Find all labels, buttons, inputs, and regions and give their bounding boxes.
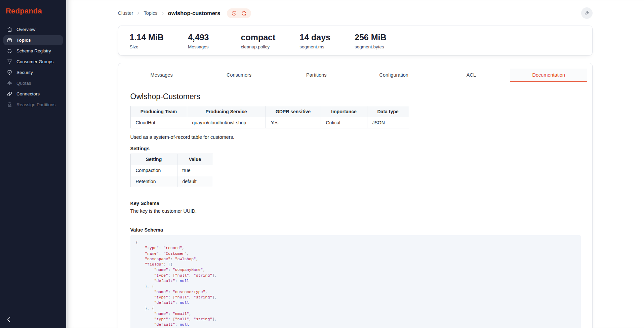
- stat-cleanup-policy: compactcleanup.policy: [241, 32, 276, 49]
- sidebar-nav: OverviewTopicsSchema RegistryConsumer Gr…: [0, 25, 66, 110]
- sidebar-item-consumer-groups[interactable]: Consumer Groups: [3, 57, 63, 67]
- stat-value: compact: [241, 32, 276, 42]
- sidebar-item-label: Connectors: [16, 91, 40, 97]
- topic-stats-card: 1.14 MiBSize4,493Messagescompactcleanup.…: [118, 26, 593, 55]
- sidebar-item-label: Schema Registry: [16, 48, 51, 54]
- chevron-right-icon: [136, 11, 140, 15]
- table-cell: JSON: [367, 117, 409, 128]
- column-header: Value: [177, 154, 213, 165]
- page-header: ClusterTopicsowlshop-customers: [118, 0, 593, 19]
- breadcrumb: ClusterTopicsowlshop-customers: [118, 10, 220, 16]
- sidebar-collapse-button[interactable]: [5, 316, 13, 323]
- stats-divider: [226, 32, 226, 49]
- sidebar-item-quotas[interactable]: Quotas: [3, 78, 63, 88]
- stat-value: 256 MiB: [355, 32, 386, 42]
- sidebar-item-security[interactable]: Security: [3, 68, 63, 77]
- breadcrumb-cluster[interactable]: Cluster: [118, 10, 133, 16]
- stat-value: 4,493: [188, 32, 209, 42]
- stat-label: segment.ms: [299, 44, 330, 49]
- tab-bar: MessagesConsumersPartitionsConfiguration…: [123, 69, 588, 82]
- topic-actions: [227, 8, 251, 18]
- table-cell: Yes: [266, 117, 321, 128]
- breadcrumb-topics[interactable]: Topics: [144, 10, 157, 16]
- sidebar-item-label: Reassign Partitions: [16, 102, 55, 108]
- tab-partitions[interactable]: Partitions: [278, 69, 355, 82]
- documentation-panel: Owlshop-Customers Producing TeamProducin…: [123, 82, 588, 328]
- stat-label: segment.bytes: [355, 44, 386, 49]
- table-cell: default: [177, 176, 213, 187]
- chevron-left-icon: [5, 316, 13, 323]
- breadcrumb-owlshop-customers: owlshop-customers: [168, 10, 220, 16]
- stat-label: Size: [130, 44, 164, 49]
- sidebar-item-topics[interactable]: Topics: [3, 35, 63, 45]
- shield-icon: [7, 70, 12, 75]
- stat-segment-ms: 14 dayssegment.ms: [299, 32, 330, 49]
- tools-button[interactable]: [581, 7, 593, 19]
- doc-title: Owlshop-Customers: [130, 92, 580, 101]
- settings-heading: Settings: [130, 146, 580, 151]
- column-header: Producing Service: [187, 106, 266, 117]
- value-schema-code-block: { "type": "record", "name": "Customer", …: [130, 235, 581, 328]
- column-header: Data type: [367, 106, 409, 117]
- tab-documentation[interactable]: Documentation: [510, 69, 587, 82]
- table-cell: Retention: [130, 176, 177, 187]
- table-cell: Critical: [321, 117, 367, 128]
- sidebar-item-connectors[interactable]: Connectors: [3, 89, 63, 99]
- main-area: ClusterTopicsowlshop-customers 1.14 MiBS…: [66, 0, 644, 328]
- wrench-icon: [584, 10, 590, 16]
- table-header-row: SettingValue: [130, 154, 213, 165]
- table-cell: Compaction: [130, 165, 177, 176]
- redpanda-logo: Redpanda: [0, 0, 66, 24]
- settings-table: SettingValueCompactiontrueRetentiondefau…: [130, 154, 213, 187]
- flask-icon: [7, 102, 12, 108]
- play-circle-icon[interactable]: [231, 10, 237, 16]
- sidebar-item-reassign-partitions[interactable]: Reassign Partitions: [3, 100, 63, 110]
- producing-info-table: Producing TeamProducing ServiceGDPR sens…: [130, 106, 409, 128]
- stat-segment-bytes: 256 MiBsegment.bytes: [355, 32, 386, 49]
- topics-icon: [7, 37, 12, 43]
- doc-note: Used as a system-of-record table for cus…: [130, 134, 580, 140]
- column-header: Producing Team: [130, 106, 187, 117]
- stat-messages: 4,493Messages: [188, 32, 209, 49]
- table-header-row: Producing TeamProducing ServiceGDPR sens…: [130, 106, 409, 117]
- table-cell: quay.io/cloudhut/owl-shop: [187, 117, 266, 128]
- sidebar-item-schema-registry[interactable]: Schema Registry: [3, 46, 63, 56]
- sidebar-item-label: Quotas: [16, 80, 31, 86]
- sidebar-item-label: Consumer Groups: [16, 59, 53, 65]
- table-cell: true: [177, 165, 213, 176]
- stat-value: 1.14 MiB: [130, 32, 164, 42]
- stat-value: 14 days: [299, 32, 330, 42]
- table-row: Retentiondefault: [130, 176, 213, 187]
- sidebar-item-overview[interactable]: Overview: [3, 25, 63, 34]
- funnel-icon: [7, 59, 12, 65]
- link-icon: [7, 91, 12, 97]
- tab-configuration[interactable]: Configuration: [355, 69, 432, 82]
- column-header: GDPR sensitive: [266, 106, 321, 117]
- topic-detail-card: MessagesConsumersPartitionsConfiguration…: [118, 63, 593, 328]
- tab-messages[interactable]: Messages: [123, 69, 200, 82]
- key-schema-heading: Key Schema: [130, 201, 580, 206]
- column-header: Setting: [130, 154, 177, 165]
- schema-registry-icon: [7, 48, 12, 54]
- stat-size: 1.14 MiBSize: [130, 32, 164, 49]
- refresh-icon[interactable]: [241, 10, 247, 16]
- column-header: Importance: [321, 106, 367, 117]
- table-cell: CloudHut: [130, 117, 187, 128]
- sidebar-item-label: Security: [16, 70, 33, 75]
- chevron-right-icon: [161, 11, 165, 15]
- table-row: CloudHutquay.io/cloudhut/owl-shopYesCrit…: [130, 117, 409, 128]
- key-schema-text: The key is the customer UUID.: [130, 208, 580, 214]
- stat-label: cleanup.policy: [241, 44, 276, 49]
- value-schema-heading: Value Schema: [130, 227, 580, 233]
- tab-consumers[interactable]: Consumers: [200, 69, 278, 82]
- scales-icon: [7, 80, 12, 86]
- home-icon: [7, 27, 12, 32]
- sidebar: Redpanda OverviewTopicsSchema RegistryCo…: [0, 0, 66, 328]
- tab-acl[interactable]: ACL: [433, 69, 510, 82]
- stat-label: Messages: [188, 44, 209, 49]
- sidebar-item-label: Topics: [16, 37, 31, 43]
- table-row: Compactiontrue: [130, 165, 213, 176]
- sidebar-item-label: Overview: [16, 27, 35, 32]
